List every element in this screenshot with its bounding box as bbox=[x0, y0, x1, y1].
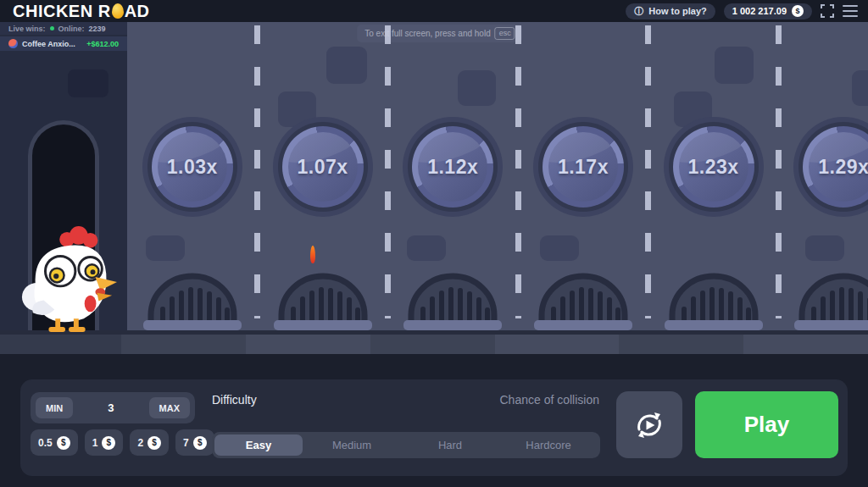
chip-button-1[interactable]: 1 $ bbox=[85, 429, 124, 456]
lane-1: 1.03x bbox=[127, 22, 258, 330]
manhole-ring: 1.12x bbox=[412, 126, 493, 208]
fullscreen-icon bbox=[821, 4, 834, 18]
how-to-play-button[interactable]: ⓘ How to play? bbox=[626, 3, 715, 19]
multiplier-value: 1.03x bbox=[167, 156, 218, 179]
max-bet-button[interactable]: MAX bbox=[149, 397, 190, 418]
multiplier-manhole: 1.23x bbox=[669, 122, 759, 212]
manhole-ring: 1.29x bbox=[803, 126, 868, 208]
sidewalk-panel bbox=[743, 335, 868, 354]
manhole-face: 1.17x bbox=[548, 132, 618, 202]
lane-3: 1.12x bbox=[387, 22, 518, 330]
sidewalk bbox=[0, 330, 868, 354]
live-wins-sidebar: Live wins: Online: 2239 Coffee Anxio... … bbox=[0, 22, 127, 330]
manhole-face: 1.23x bbox=[679, 132, 748, 202]
lanes: 1.03x 1.07x bbox=[127, 22, 868, 330]
sewer-grate bbox=[793, 268, 868, 330]
manhole-face: 1.07x bbox=[288, 132, 358, 202]
game-road: To exit full screen, press and hold esc … bbox=[127, 22, 868, 330]
balance-value: 1 002 217.09 bbox=[732, 6, 787, 16]
chip-label: 2 bbox=[137, 437, 143, 449]
online-label: Online: bbox=[58, 25, 85, 33]
currency-coin-icon: $ bbox=[792, 5, 804, 17]
sewer-grate bbox=[273, 268, 373, 330]
multiplier-value: 1.07x bbox=[298, 156, 348, 179]
lane-5: 1.23x bbox=[648, 22, 779, 330]
min-bet-button[interactable]: MIN bbox=[36, 397, 73, 418]
manhole-face: 1.29x bbox=[809, 132, 868, 202]
chip-label: 0.5 bbox=[38, 437, 53, 449]
currency-coin-icon: $ bbox=[102, 436, 115, 450]
tab-hard[interactable]: Hard bbox=[401, 434, 499, 456]
tab-hardcore[interactable]: Hardcore bbox=[499, 434, 598, 456]
winner-amount: +$612.00 bbox=[86, 40, 119, 48]
egg-icon bbox=[112, 3, 124, 19]
lane-4: 1.17x bbox=[518, 22, 648, 330]
chicken-character bbox=[19, 225, 119, 334]
autoplay-button[interactable] bbox=[616, 391, 682, 458]
chance-of-collision-label: Chance of collision bbox=[385, 393, 599, 407]
flame-decor bbox=[310, 246, 315, 263]
tab-easy[interactable]: Easy bbox=[214, 434, 303, 456]
live-wins-label: Live wins: bbox=[8, 25, 46, 33]
manhole-ring: 1.07x bbox=[282, 126, 364, 208]
live-win-list-item: Coffee Anxio... +$612.00 bbox=[0, 36, 127, 51]
sidewalk-panel bbox=[0, 335, 121, 354]
manhole-face: 1.03x bbox=[158, 132, 227, 202]
multiplier-manhole: 1.07x bbox=[278, 122, 368, 212]
chip-label: 1 bbox=[92, 437, 98, 449]
chip-button-2[interactable]: 2 $ bbox=[130, 429, 169, 456]
multiplier-value: 1.29x bbox=[818, 156, 868, 179]
lane-2: 1.07x bbox=[258, 22, 388, 330]
online-dot-icon bbox=[50, 26, 54, 30]
sidewalk-panel bbox=[619, 335, 743, 354]
top-bar-actions: ⓘ How to play? 1 002 217.09 $ bbox=[626, 3, 858, 19]
tab-medium[interactable]: Medium bbox=[303, 434, 401, 456]
chip-buttons: 0.5 $ 1 $ 2 $ 7 $ bbox=[31, 429, 214, 456]
menu-icon bbox=[843, 5, 858, 17]
chip-button-7[interactable]: 7 $ bbox=[175, 429, 214, 456]
app-logo: CHICKEN RAD bbox=[13, 2, 150, 21]
currency-coin-icon: $ bbox=[193, 436, 207, 450]
multiplier-value: 1.12x bbox=[427, 156, 478, 179]
avatar bbox=[8, 39, 18, 48]
autoplay-icon bbox=[632, 408, 666, 442]
balance-display[interactable]: 1 002 217.09 $ bbox=[724, 3, 812, 19]
chicken-road-app: CHICKEN RAD ⓘ How to play? 1 002 217.09 … bbox=[0, 0, 868, 487]
sidewalk-panel bbox=[370, 335, 495, 354]
sewer-grate bbox=[403, 268, 503, 330]
sewer-grate bbox=[142, 268, 242, 330]
multiplier-value: 1.17x bbox=[558, 156, 609, 179]
manhole-ring: 1.23x bbox=[673, 126, 754, 208]
info-icon: ⓘ bbox=[634, 5, 643, 18]
currency-coin-icon: $ bbox=[57, 436, 70, 450]
multiplier-manhole: 1.17x bbox=[538, 122, 628, 212]
manhole-ring: 1.17x bbox=[542, 126, 624, 208]
fullscreen-button[interactable] bbox=[821, 4, 834, 18]
top-bar: CHICKEN RAD ⓘ How to play? 1 002 217.09 … bbox=[0, 0, 868, 22]
chip-button-0.5[interactable]: 0.5 $ bbox=[31, 429, 78, 456]
online-count: 2239 bbox=[89, 25, 106, 33]
multiplier-manhole: 1.03x bbox=[147, 122, 237, 212]
play-button[interactable]: Play bbox=[695, 391, 838, 458]
logo-text-left: CHICKEN R bbox=[13, 2, 111, 21]
bet-amount-value[interactable]: 3 bbox=[108, 401, 114, 414]
sewer-grate bbox=[533, 268, 633, 330]
live-wins-header: Live wins: Online: 2239 bbox=[0, 22, 127, 35]
multiplier-manhole: 1.12x bbox=[408, 122, 498, 212]
logo-text-right: AD bbox=[125, 2, 150, 21]
manhole-ring: 1.03x bbox=[152, 126, 233, 208]
how-to-play-label: How to play? bbox=[648, 6, 706, 16]
menu-button[interactable] bbox=[843, 5, 858, 17]
sidebar-decor-rect bbox=[68, 69, 108, 97]
manhole-face: 1.12x bbox=[418, 132, 487, 202]
sewer-grate bbox=[664, 268, 764, 330]
sidewalk-panel bbox=[246, 335, 370, 354]
control-panel: MIN 3 MAX 0.5 $ 1 $ 2 $ 7 $ Difficulty C… bbox=[20, 379, 848, 476]
winner-name: Coffee Anxio... bbox=[22, 40, 75, 48]
difficulty-tabs: Easy Medium Hard Hardcore bbox=[212, 432, 600, 458]
sidewalk-panel bbox=[495, 335, 620, 354]
lane-6: 1.29x bbox=[778, 22, 868, 330]
currency-coin-icon: $ bbox=[147, 436, 161, 450]
sidewalk-panel bbox=[121, 335, 246, 354]
difficulty-label: Difficulty bbox=[212, 393, 257, 407]
